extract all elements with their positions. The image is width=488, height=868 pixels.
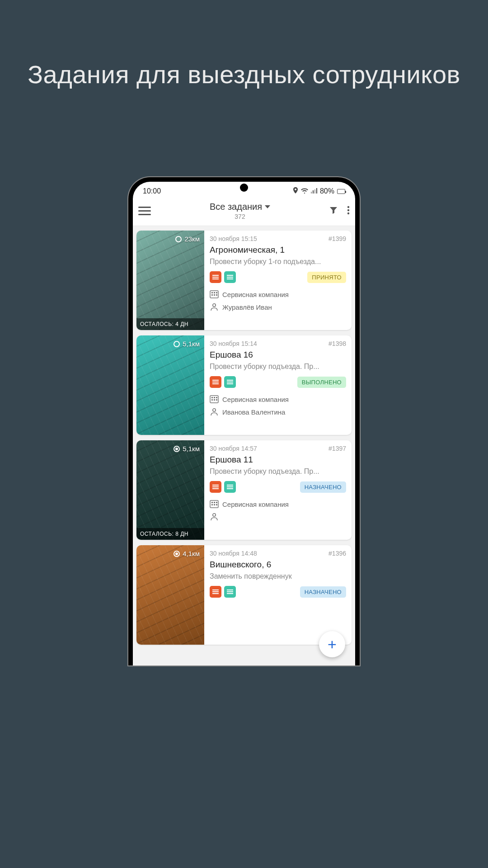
task-description: Провести уборку подъезда. Пр... (210, 467, 346, 476)
chevron-down-icon (265, 205, 270, 208)
task-number: #1398 (328, 340, 346, 347)
svg-rect-9 (214, 292, 215, 293)
svg-rect-13 (216, 294, 217, 296)
status-badge: НАЗНАЧЕНО (300, 481, 346, 493)
task-thumbnail: 5,1кмОСТАЛОСЬ: 8 ДН (136, 440, 204, 540)
task-datetime: 30 ноября 14:57 (210, 445, 257, 452)
phone-frame: 10:00 80% Все задания (128, 177, 360, 665)
svg-rect-8 (211, 292, 213, 293)
status-badge: ПРИНЯТО (307, 272, 346, 283)
building-icon (210, 500, 219, 508)
svg-rect-27 (211, 504, 213, 505)
task-card[interactable]: 4,1км30 ноября 14:48#1396Вишневского, 6З… (136, 545, 352, 645)
task-address: Ершова 16 (210, 350, 346, 360)
task-card[interactable]: 5,1кмОСТАЛОСЬ: 8 ДН30 ноября 14:57#1397Е… (136, 440, 352, 540)
task-card[interactable]: 5,1км30 ноября 15:14#1398Ершова 16Провес… (136, 335, 352, 435)
task-thumbnail: 23кмОСТАЛОСЬ: 4 ДН (136, 231, 204, 330)
svg-point-4 (347, 206, 349, 208)
wifi-icon (301, 187, 308, 195)
distance-value: 23км (184, 235, 200, 243)
svg-rect-26 (216, 502, 217, 503)
task-number: #1396 (328, 550, 346, 557)
overflow-menu-button[interactable] (347, 206, 350, 217)
task-description: Провести уборку подъезда. Пр... (210, 363, 346, 371)
svg-point-30 (213, 514, 216, 516)
task-card[interactable]: 23кмОСТАЛОСЬ: 4 ДН30 ноября 15:15#1399Аг… (136, 231, 352, 330)
task-list[interactable]: 23кмОСТАЛОСЬ: 4 ДН30 ноября 15:15#1399Аг… (133, 226, 355, 665)
tag-icon-teal (224, 586, 236, 598)
task-company: Сервисная компания (222, 291, 289, 298)
svg-rect-10 (216, 292, 217, 293)
tag-icon-orange (210, 376, 221, 388)
location-dot-icon (174, 551, 180, 557)
task-description: Заменить поврежденнук (210, 572, 346, 580)
task-number: #1399 (328, 235, 346, 242)
distance-badge: 5,1км (174, 445, 200, 453)
appbar-title-dropdown[interactable]: Все задания (210, 202, 270, 212)
svg-rect-16 (211, 397, 213, 398)
filter-button[interactable] (329, 206, 338, 217)
distance-value: 5,1км (183, 445, 200, 453)
svg-rect-1 (313, 190, 314, 193)
task-datetime: 30 ноября 14:48 (210, 550, 257, 557)
building-icon (210, 395, 219, 403)
task-address: Вишневского, 6 (210, 560, 346, 570)
task-assignee: Иванова Валентина (222, 408, 285, 416)
appbar: Все задания 372 (133, 197, 355, 226)
distance-badge: 23км (175, 235, 200, 243)
task-datetime: 30 ноября 15:15 (210, 235, 257, 242)
task-company: Сервисная компания (222, 396, 289, 403)
svg-rect-29 (216, 504, 217, 505)
location-dot-icon (175, 236, 182, 242)
appbar-count: 372 (151, 213, 329, 220)
add-task-fab[interactable]: + (319, 631, 345, 657)
promo-title: Задания для выездных сотрудников (0, 0, 488, 90)
svg-rect-21 (216, 399, 217, 401)
distance-badge: 5,1км (174, 340, 200, 348)
task-card-body: 30 ноября 15:14#1398Ершова 16Провести уб… (204, 335, 352, 435)
task-number: #1397 (328, 445, 346, 452)
remaining-badge: ОСТАЛОСЬ: 8 ДН (136, 528, 204, 540)
svg-point-14 (213, 304, 216, 307)
battery-pct: 80% (320, 187, 334, 195)
svg-point-22 (213, 409, 216, 411)
person-icon (210, 513, 219, 521)
task-address: Ершова 11 (210, 455, 346, 465)
tag-icon-teal (224, 481, 236, 493)
distance-value: 5,1км (183, 340, 200, 348)
task-datetime: 30 ноября 15:14 (210, 340, 257, 347)
menu-button[interactable] (138, 205, 151, 217)
svg-rect-17 (214, 397, 215, 398)
task-card-body: 30 ноября 14:48#1396Вишневского, 6Замени… (204, 545, 352, 645)
svg-rect-11 (211, 294, 213, 296)
tag-icon-teal (224, 271, 236, 283)
distance-value: 4,1км (183, 550, 200, 557)
statusbar-time: 10:00 (143, 187, 161, 195)
appbar-title-label: Все задания (210, 202, 262, 212)
plus-icon: + (328, 636, 337, 653)
task-address: Агрономическая, 1 (210, 245, 346, 255)
task-card-body: 30 ноября 14:57#1397Ершова 11Провести уб… (204, 440, 352, 540)
tag-icon-teal (224, 376, 236, 388)
status-badge: ВЫПОЛНЕНО (297, 377, 346, 388)
status-badge: НАЗНАЧЕНО (300, 586, 346, 598)
location-icon (293, 187, 298, 195)
task-description: Провести уборку 1-го подъезда... (210, 258, 346, 266)
signal-icon (311, 187, 317, 195)
svg-rect-20 (214, 399, 215, 401)
task-company: Сервисная компания (222, 500, 289, 508)
tag-icon-orange (210, 586, 221, 598)
svg-rect-28 (214, 504, 215, 505)
svg-rect-24 (211, 502, 213, 503)
task-thumbnail: 5,1км (136, 335, 204, 435)
camera-punch (240, 184, 248, 192)
building-icon (210, 290, 219, 298)
remaining-badge: ОСТАЛОСЬ: 4 ДН (136, 318, 204, 330)
svg-rect-18 (216, 397, 217, 398)
svg-rect-12 (214, 294, 215, 296)
tag-icon-orange (210, 271, 221, 283)
task-thumbnail: 4,1км (136, 545, 204, 645)
svg-rect-0 (311, 192, 312, 193)
task-card-body: 30 ноября 15:15#1399Агрономическая, 1Про… (204, 231, 352, 330)
svg-point-6 (347, 212, 349, 214)
